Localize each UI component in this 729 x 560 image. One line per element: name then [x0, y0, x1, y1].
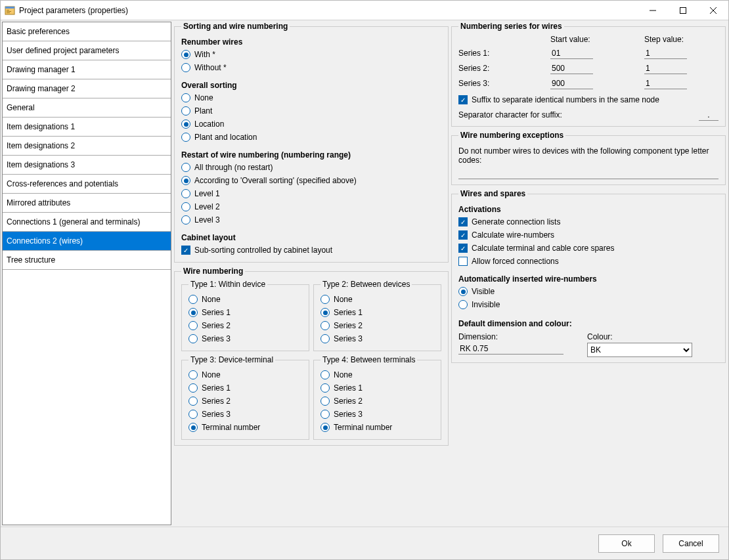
checkbox-icon — [458, 217, 468, 226]
suffix-check[interactable]: Suffix to separate identical numbers in … — [458, 93, 718, 106]
sidebar-item[interactable]: Connections 2 (wires) — [3, 232, 171, 251]
radio-icon — [188, 370, 198, 379]
wirenum-type: Type 4: Between terminalsNoneSeries 1Ser… — [313, 355, 441, 440]
wirenum-option[interactable]: Terminal number — [320, 421, 434, 434]
sidebar-item[interactable]: Drawing manager 2 — [3, 79, 171, 98]
restart-option[interactable]: Level 2 — [181, 200, 441, 213]
radio-icon — [181, 176, 190, 185]
checkbox-icon — [181, 246, 190, 255]
radio-icon — [320, 295, 330, 304]
sidebar-item[interactable]: General — [3, 98, 171, 118]
sep-input[interactable] — [699, 109, 718, 121]
radio-icon — [320, 383, 330, 393]
colour-select[interactable]: BK — [587, 343, 692, 357]
wirenum-option[interactable]: Terminal number — [188, 421, 302, 434]
restart-option[interactable]: Level 1 — [181, 187, 441, 200]
wirenum-option[interactable]: None — [320, 368, 434, 381]
renumber-option[interactable]: With * — [181, 48, 441, 61]
restart-option[interactable]: According to 'Overall sorting' (specifie… — [181, 174, 441, 187]
sidebar-item[interactable]: Mirrored attributes — [3, 194, 171, 213]
cancel-button[interactable]: Cancel — [663, 534, 719, 553]
app-icon — [5, 5, 15, 16]
svg-rect-2 — [7, 10, 9, 11]
radio-icon — [188, 308, 198, 317]
wirenum-option[interactable]: None — [320, 293, 434, 306]
wirenum-option[interactable]: Series 1 — [320, 306, 434, 319]
series-step-input[interactable] — [644, 47, 687, 59]
wirenum-option[interactable]: Series 2 — [320, 319, 434, 332]
spares-title: Wires and spares — [458, 189, 527, 198]
colour-label: Colour: — [587, 332, 692, 341]
sidebar-item[interactable]: User defined project parameters — [3, 41, 171, 60]
ok-button[interactable]: Ok — [598, 534, 655, 553]
wirenum-option[interactable]: None — [188, 368, 302, 381]
radio-icon — [181, 63, 190, 72]
wirenum-option[interactable]: Series 3 — [188, 332, 302, 345]
sorting-group: Sorting and wire numbering Renumber wire… — [174, 22, 449, 263]
wirenum-option[interactable]: Series 2 — [188, 319, 302, 332]
wirenum-option[interactable]: Series 3 — [320, 408, 434, 421]
activation-check[interactable]: Generate connection lists — [458, 215, 718, 228]
titlebar: Project parameters (properties) — [1, 1, 728, 20]
wirenum-type: Type 3: Device-terminalNoneSeries 1Serie… — [181, 355, 309, 440]
series-step-input[interactable] — [644, 77, 687, 89]
series-start-input[interactable] — [550, 62, 593, 74]
radio-icon — [181, 133, 190, 142]
wirenum-option[interactable]: None — [188, 293, 302, 306]
radio-icon — [181, 163, 190, 172]
wirenum-type: Type 2: Between devicesNoneSeries 1Serie… — [313, 280, 441, 351]
exceptions-input[interactable] — [458, 167, 718, 179]
sorting-title: Sorting and wire numbering — [181, 22, 290, 31]
overall-option[interactable]: None — [181, 91, 441, 104]
wirenum-option[interactable]: Series 2 — [320, 395, 434, 408]
series-step-input[interactable] — [644, 62, 687, 74]
activation-check[interactable]: Calculate wire-numbers — [458, 228, 718, 242]
wirenum-option[interactable]: Series 1 — [188, 381, 302, 395]
series-group: Numbering series for wires Start value: … — [451, 22, 726, 127]
window: Project parameters (properties) Basic pr… — [0, 0, 729, 560]
dimension-label: Dimension: — [458, 332, 563, 341]
overall-option[interactable]: Location — [181, 118, 441, 131]
sidebar: Basic preferencesUser defined project pa… — [2, 22, 171, 525]
series-start-input[interactable] — [550, 47, 593, 59]
minimize-button[interactable] — [638, 1, 668, 20]
close-button[interactable] — [698, 1, 728, 20]
auto-option[interactable]: Visible — [458, 285, 718, 298]
wirenum-option[interactable]: Series 2 — [188, 395, 302, 408]
auto-option[interactable]: Invisible — [458, 298, 718, 311]
series-start-header: Start value: — [550, 35, 625, 44]
sidebar-item[interactable]: Item designations 3 — [3, 156, 171, 175]
activation-check[interactable]: Allow forced connections — [458, 255, 718, 268]
restart-option[interactable]: Level 3 — [181, 213, 441, 226]
overall-option[interactable]: Plant — [181, 104, 441, 118]
activation-check[interactable]: Calculate terminal and cable core spares — [458, 242, 718, 255]
radio-icon — [320, 370, 330, 379]
series-row-label: Series 2: — [458, 64, 531, 73]
dim-title: Default dimension and colour: — [458, 319, 718, 328]
exceptions-desc: Do not number wires to devices with the … — [458, 146, 718, 165]
checkbox-icon — [458, 95, 468, 104]
sidebar-item[interactable]: Basic preferences — [3, 22, 171, 41]
series-start-input[interactable] — [550, 77, 593, 89]
restart-title: Restart of wire numbering (numbering ran… — [181, 150, 441, 160]
radio-icon — [320, 334, 330, 343]
radio-icon — [181, 202, 190, 211]
maximize-button[interactable] — [668, 1, 698, 20]
sidebar-item[interactable]: Tree structure — [3, 251, 171, 270]
sidebar-item[interactable]: Drawing manager 1 — [3, 60, 171, 79]
sidebar-item[interactable]: Cross-references and potentials — [3, 175, 171, 194]
dimension-input[interactable] — [458, 343, 563, 355]
sidebar-item[interactable]: Item designations 2 — [3, 137, 171, 156]
restart-option[interactable]: All through (no restart) — [181, 161, 441, 174]
renumber-option[interactable]: Without * — [181, 61, 441, 74]
wirenum-option[interactable]: Series 3 — [188, 408, 302, 421]
wirenum-option[interactable]: Series 3 — [320, 332, 434, 345]
sidebar-item[interactable]: Connections 1 (general and terminals) — [3, 213, 171, 232]
cabinet-check[interactable]: Sub-sorting controlled by cabinet layout — [181, 244, 441, 257]
wirenum-group: Wire numbering Type 1: Within deviceNone… — [174, 267, 449, 446]
sidebar-item[interactable]: Item designations 1 — [3, 118, 171, 137]
overall-option[interactable]: Plant and location — [181, 131, 441, 144]
wirenum-option[interactable]: Series 1 — [320, 381, 434, 395]
wirenum-option[interactable]: Series 1 — [188, 306, 302, 319]
cabinet-title: Cabinet layout — [181, 233, 441, 242]
